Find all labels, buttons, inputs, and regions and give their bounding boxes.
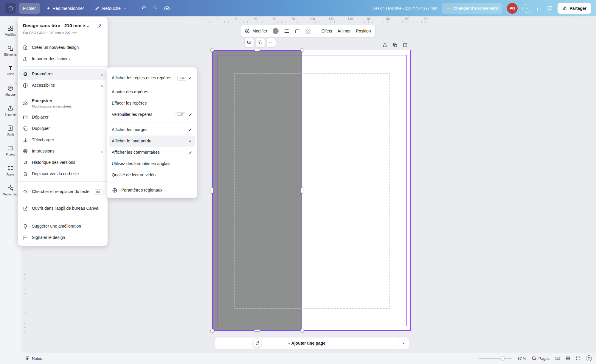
download-icon — [22, 137, 28, 143]
menu-item-download[interactable]: Télécharger — [19, 134, 106, 146]
position-button[interactable]: Position — [356, 29, 371, 33]
pages-button[interactable]: Pages — [532, 356, 550, 361]
help-button[interactable]: ? — [586, 355, 592, 361]
ruler-mark: 200 — [404, 17, 409, 21]
submenu-item-show-bleed[interactable]: Afficher le fond perdu ✓ — [109, 136, 195, 147]
resize-button[interactable]: ✦ Redimensionner — [43, 3, 88, 14]
save-status-button[interactable] — [162, 3, 172, 14]
sidebar-item-apps[interactable]: Applis — [1, 160, 20, 180]
selection-handle-left[interactable] — [211, 187, 213, 193]
question-icon: ? — [588, 357, 590, 360]
selection-handle-top-left[interactable] — [210, 48, 214, 52]
menu-item-settings[interactable]: ⚙ Paramètres › — [19, 69, 106, 80]
menu-item-open-desktop-app[interactable]: Ouvrir dans l'appli de bureau Canva — [19, 200, 106, 217]
duplicate-button[interactable] — [256, 38, 265, 47]
submenu-item-show-rulers[interactable]: Afficher les règles et les repères ⇧R ✓ — [109, 70, 195, 86]
menu-item-label: Télécharger — [32, 137, 103, 143]
selection-handle-bottom[interactable] — [254, 329, 260, 332]
add-page-dropdown[interactable] — [398, 337, 409, 349]
comment-button[interactable] — [245, 38, 254, 47]
ruler-horizontal[interactable] — [206, 21, 432, 23]
animate-button[interactable]: Animer — [337, 29, 350, 33]
home-button[interactable] — [5, 3, 16, 14]
menu-divider — [18, 181, 108, 182]
effects-button[interactable]: Effets — [322, 29, 332, 33]
submenu-item-add-guides[interactable]: Ajouter des repères — [109, 86, 195, 98]
redo-button[interactable]: ↷ — [151, 3, 159, 14]
submenu-item-regional-settings[interactable]: Paramètres régionaux — [109, 185, 195, 196]
edit-icon — [245, 28, 250, 34]
ruler-mark: 160 — [367, 17, 372, 21]
ruler-vertical[interactable] — [24, 252, 26, 338]
effects-button-label: Effets — [322, 29, 332, 33]
grid-view-button[interactable] — [566, 356, 570, 361]
submenu-item-clear-guides[interactable]: Effacer les repères — [109, 98, 195, 109]
add-page-button[interactable]: + Ajouter une page — [215, 337, 409, 349]
transparency-button[interactable] — [305, 29, 311, 34]
chevron-down-icon — [123, 6, 127, 10]
corner-style-button[interactable] — [295, 28, 300, 34]
sidebar-item-label: Modèles — [5, 33, 16, 36]
upgrade-button[interactable]: Changer d'abonnement — [442, 3, 502, 14]
fullscreen-button[interactable] — [576, 356, 581, 361]
menu-item-prints[interactable]: Impressions › — [19, 146, 106, 157]
selection-handle-bottom-left[interactable] — [210, 329, 214, 332]
avatar[interactable]: PG — [507, 3, 518, 14]
undo-button[interactable]: ↶ — [139, 3, 148, 14]
sidebar-item-brand[interactable]: ✦ Marque — [1, 80, 20, 100]
zoom-slider[interactable] — [479, 358, 512, 359]
insights-button[interactable] — [536, 5, 542, 11]
add-page-icon-button[interactable] — [403, 43, 408, 48]
selection-handle-right[interactable] — [301, 187, 303, 193]
zoom-slider-thumb[interactable] — [501, 357, 505, 360]
sidebar-item-magic-media[interactable]: Média magi — [1, 180, 20, 200]
stroke-weight-button[interactable] — [284, 28, 289, 34]
add-member-button[interactable]: + — [522, 4, 531, 13]
sidebar-item-upload[interactable]: Importer — [1, 100, 20, 120]
selection-handle-top[interactable] — [254, 49, 260, 51]
sidebar-item-text[interactable]: T Texte — [1, 60, 20, 80]
sidebar-item-elements[interactable]: Éléments — [1, 41, 20, 60]
menu-item-import-files[interactable]: Importer des fichiers — [19, 53, 106, 65]
menu-item-new-design[interactable]: Créer un nouveau design — [19, 42, 106, 53]
menu-item-duplicate[interactable]: Dupliquer — [19, 123, 106, 134]
selection-handle-top-right[interactable] — [300, 48, 304, 52]
submenu-item-video-quality[interactable]: Qualité de lecture vidéo — [109, 169, 195, 181]
menu-item-report-design[interactable]: Signaler le design — [19, 232, 106, 243]
rename-icon[interactable] — [97, 23, 102, 28]
submenu-item-lock-guides[interactable]: Verrouiller les repères ⌥⌘; ✓ — [109, 109, 195, 120]
notes-button[interactable]: Notes — [25, 356, 42, 361]
sidebar-item-projects[interactable]: Projets — [1, 140, 20, 160]
menu-item-trash[interactable]: Déplacer vers la corbeille — [19, 168, 106, 180]
sidebar-item-label: Projets — [6, 153, 15, 156]
submenu-item-show-margins[interactable]: Afficher les marges ✓ — [109, 124, 195, 136]
edit-image-button[interactable]: Modifier — [245, 28, 267, 34]
menu-item-label: Ajouter des repères — [112, 89, 192, 95]
submenu-item-show-comments[interactable]: Afficher les commentaires ✓ — [109, 147, 195, 158]
menu-item-save[interactable]: Enregistrer Modifications enregistrées — [19, 95, 106, 112]
menu-item-suggest-improvement[interactable]: Suggérer une amélioration — [19, 221, 106, 232]
file-menu-button[interactable]: Fichier — [19, 3, 40, 14]
more-button[interactable]: ⋯ — [267, 38, 276, 47]
share-button[interactable]: Partager — [558, 3, 591, 14]
menu-item-move[interactable]: Déplacer — [19, 112, 106, 123]
ruler-mark: 120 — [329, 17, 334, 21]
color-swatch-button[interactable] — [273, 28, 279, 34]
lock-button[interactable] — [382, 43, 387, 48]
search-icon — [22, 189, 28, 195]
retouch-button[interactable]: Retouche — [91, 3, 131, 14]
selection-handle-bottom-right[interactable] — [300, 329, 304, 332]
comments-button[interactable] — [547, 5, 553, 11]
menu-item-label: Déplacer vers la corbeille — [32, 171, 103, 177]
rotate-handle[interactable] — [253, 339, 262, 348]
sidebar-item-templates[interactable]: Modèles — [1, 21, 20, 41]
duplicate-page-button[interactable] — [392, 43, 398, 48]
sidebar-item-tools[interactable]: Outils — [1, 120, 20, 140]
menu-item-version-history[interactable]: ↺ Historique des versions — [19, 157, 106, 168]
menu-item-find-replace[interactable]: Chercher et remplacer du texte ⌘F — [19, 183, 106, 200]
plus-icon: + — [525, 5, 528, 11]
submenu-item-english-formulas[interactable]: Utilisez des formules en anglais — [109, 158, 195, 169]
animate-button-label: Animer — [337, 29, 350, 33]
menu-item-accessibility[interactable]: Accessibilité › — [19, 80, 106, 91]
sidebar-item-label: Texte — [7, 72, 14, 76]
